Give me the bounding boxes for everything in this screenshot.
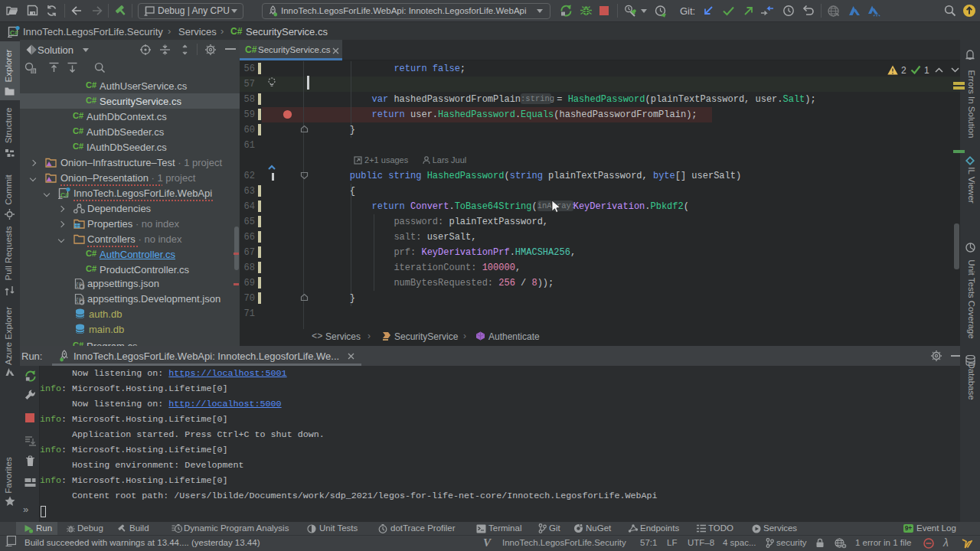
svg-text:C#: C# — [60, 191, 69, 199]
